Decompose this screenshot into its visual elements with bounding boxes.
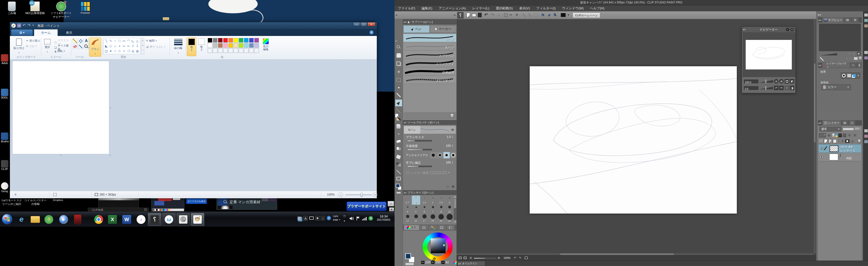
edit-colors-button[interactable]: 色の 編集 (260, 38, 271, 56)
taskbar-word-icon[interactable]: W (122, 215, 131, 224)
shape-cell[interactable]: □ (117, 38, 122, 43)
sync-status-icon[interactable]: ⇅ (368, 216, 373, 221)
layer-property-tab3[interactable] (857, 63, 862, 68)
toolbar-menu-icon[interactable]: ▸≡ (396, 40, 398, 42)
scroll-thumb[interactable] (454, 199, 456, 208)
tray-help-icon[interactable]: ? (327, 216, 331, 221)
shape-cell[interactable]: ○ (113, 38, 117, 43)
desktop-icon-partial[interactable]: Goog (1, 182, 8, 193)
layers-tab[interactable]: レイヤー (823, 121, 841, 125)
taskbar-phone-app-icon[interactable] (74, 214, 82, 224)
shape-cell[interactable]: ☆ (113, 49, 117, 53)
view-mode-icon[interactable] (561, 13, 566, 17)
expression-color-dropdown[interactable]: カラー ▼ (822, 84, 851, 90)
sv-square[interactable] (431, 238, 445, 253)
palette-swatch-empty[interactable] (239, 48, 243, 53)
status-icon[interactable] (459, 257, 462, 259)
menu-edit[interactable]: 編集(E) (422, 6, 432, 10)
subview-header[interactable]: ▸≡ サブビュー (818, 17, 862, 23)
palette-swatch-empty[interactable] (208, 48, 212, 53)
layer-property-tab[interactable]: ✓ レイヤープロパティ (823, 63, 850, 68)
size-cell[interactable]: 8 (437, 205, 445, 214)
shape-cell[interactable]: ◎ (131, 49, 135, 53)
layer-opacity-stepper[interactable]: ▲▼ (859, 127, 861, 130)
layer-visibility-icon[interactable] (820, 147, 824, 150)
deselect-icon[interactable] (504, 13, 507, 17)
close-icon[interactable]: ✕ (790, 28, 794, 31)
line-width-button[interactable]: 線の幅 ▾ (172, 38, 185, 56)
palette-swatch[interactable] (239, 38, 243, 43)
subview-zoom-out-icon[interactable]: ⊖ (848, 52, 850, 56)
subview-zoom-slider[interactable] (820, 53, 837, 56)
subview-tab3[interactable] (852, 18, 859, 23)
copy-button[interactable]: ⧉コピー (26, 44, 37, 48)
brushes-button[interactable]: ブラシ ▾ (89, 37, 101, 57)
nav-flip-button[interactable]: ◨ (790, 86, 794, 90)
palette-menu-icon[interactable]: ▸≡ (404, 21, 407, 23)
open-file-icon[interactable] (472, 13, 476, 17)
zoom-slider[interactable] (345, 194, 372, 195)
collapse-left-icon[interactable]: « (396, 13, 397, 17)
tab-color-circle[interactable]: カラ (404, 225, 419, 230)
tray-ime-a-icon[interactable]: A (303, 216, 308, 221)
layer-name[interactable]: レイヤー 1 (840, 149, 855, 153)
shape-cell[interactable]: ⇩ (135, 43, 140, 48)
menu-window[interactable]: ウィンドウ(W) (562, 6, 583, 10)
zoom-out-button[interactable]: – (338, 192, 343, 197)
stabilize-stepper[interactable]: ▲▼ (452, 161, 453, 164)
trash-icon[interactable] (450, 113, 454, 118)
taskbar-clipstudio-g-button[interactable]: Ⓖ (177, 213, 190, 226)
duplicate-layer-button[interactable] (833, 139, 836, 143)
snap-ruler-icon[interactable]: N (541, 12, 544, 17)
palette-swatch-empty[interactable] (228, 48, 233, 53)
color1-button[interactable]: 色 1 (187, 37, 196, 56)
csp-canvas-page[interactable] (530, 66, 737, 213)
desktop-icon-fooooo[interactable]: Fooooo (76, 1, 94, 14)
tool-selection[interactable] (397, 78, 401, 82)
tray-expand-icon[interactable]: ▲ (343, 220, 345, 222)
desktop-icon-dropbox[interactable]: Dropbox (48, 199, 68, 201)
layer-row-selected[interactable]: 100 % 通常 レイヤー 1 (818, 144, 861, 153)
merge-down-button[interactable]: ⇩ (841, 139, 844, 143)
size-cell[interactable]: 0.7 (403, 196, 412, 205)
palette-swatch[interactable] (223, 38, 228, 43)
help-icon[interactable]: ? (369, 30, 374, 34)
scroll-up-icon[interactable]: ▲ (454, 196, 457, 198)
undo-icon[interactable]: ↶ (23, 23, 26, 27)
palette-swatch[interactable] (244, 38, 249, 43)
paste-button[interactable]: 貼り付け ▾ (13, 38, 25, 55)
size-cell[interactable]: 5 (412, 205, 420, 214)
disabled-icon[interactable] (534, 13, 537, 17)
disabled-icon[interactable] (528, 13, 532, 17)
shapes-scrollbar[interactable]: ▲▼≡ (141, 38, 144, 54)
nav-reset-rotate-button[interactable]: ⟳ (785, 86, 789, 90)
action-center-flag-icon[interactable] (356, 216, 361, 221)
size-cell-selected[interactable]: 1 (412, 196, 420, 205)
wrench-icon[interactable]: ⚒ (450, 128, 455, 132)
tool-gradient[interactable] (397, 163, 401, 166)
lock-transparent-icon[interactable]: ◠ (843, 133, 846, 137)
palette-swatch[interactable] (218, 43, 223, 48)
palette-swatch[interactable] (208, 38, 212, 43)
size-cell[interactable]: 17 (420, 214, 429, 223)
layer-thumbnail[interactable] (829, 154, 838, 160)
zoom-in-button[interactable]: + (373, 192, 377, 197)
subtool-header[interactable]: ▸≡ ⁝ サブツール[ペン] (403, 19, 457, 25)
canvas-horizontal-scrollbar[interactable] (457, 253, 814, 255)
close-button[interactable]: ✕ (367, 22, 375, 26)
dock-collapse-icons[interactable]: «» (817, 13, 821, 16)
redo-icon[interactable]: ↷ (28, 23, 31, 27)
apply-mask-button[interactable]: ◪ (851, 139, 854, 143)
brother-settings-button[interactable]: ✱ (389, 207, 394, 211)
desktop-icon-lui-remote[interactable]: Luiリモートスク リーンのご紹介 (0, 199, 23, 206)
size-cell[interactable]: 3 (445, 196, 454, 205)
maximize-button[interactable]: ▢ (360, 22, 367, 26)
subtool-item-calligraphy[interactable]: カリグラフィ (403, 59, 456, 67)
palette-swatch[interactable] (244, 43, 249, 48)
antialias-weak[interactable] (437, 152, 443, 158)
canvas-resize-handle-right[interactable] (110, 107, 111, 108)
canvas-vertical-scrollbar[interactable] (814, 19, 816, 253)
layers-tab2[interactable] (841, 121, 848, 125)
nav-fit-button[interactable] (785, 79, 789, 84)
canvas-zoom-slider[interactable] (474, 258, 496, 259)
